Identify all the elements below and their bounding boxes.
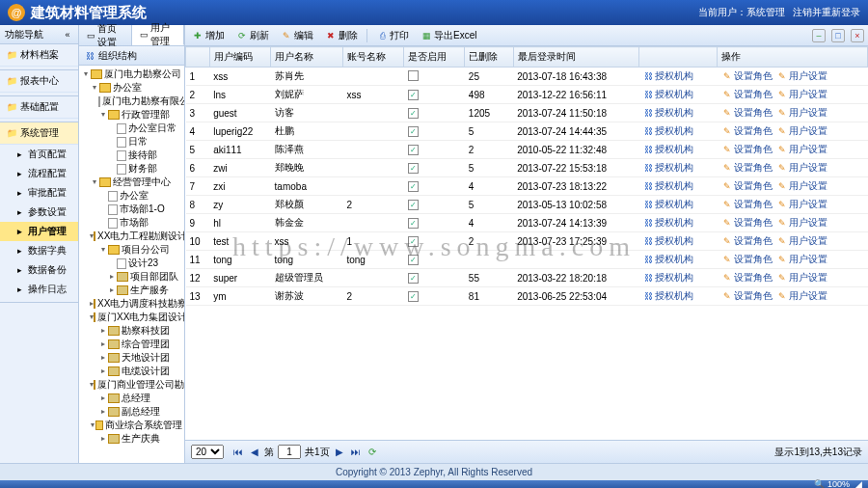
tree-node[interactable]: 办公室日常: [81, 122, 182, 135]
checkbox-icon[interactable]: ✓: [408, 90, 419, 100]
checkbox-icon[interactable]: [408, 70, 419, 81]
col-header[interactable]: 操作: [718, 47, 868, 68]
table-row[interactable]: 4luperig22杜鹏✓52013-07-24 14:44:35⛓授权机构✎设…: [186, 122, 868, 141]
role-link[interactable]: ✎设置角色: [721, 289, 773, 303]
tree-node[interactable]: ▸副总经理: [81, 405, 182, 419]
col-header[interactable]: 是否启用: [404, 47, 465, 68]
nav-item[interactable]: ▸流程配置: [0, 164, 78, 183]
nav-item[interactable]: ▸首页配置: [0, 145, 78, 164]
cfg-link[interactable]: ✎用户设置: [776, 124, 827, 138]
role-link[interactable]: ✎设置角色: [721, 234, 773, 248]
role-link[interactable]: ✎设置角色: [721, 124, 773, 138]
checkbox-icon[interactable]: ✓: [408, 273, 419, 284]
delete-button[interactable]: ✖删除: [322, 28, 361, 43]
role-link[interactable]: ✎设置角色: [721, 179, 773, 193]
cfg-link[interactable]: ✎用户设置: [776, 216, 827, 230]
checkbox-icon[interactable]: ✓: [408, 255, 419, 265]
tree-node[interactable]: ▾行政管理部: [81, 108, 182, 122]
close-button[interactable]: ×: [851, 29, 864, 42]
cfg-link[interactable]: ✎用户设置: [776, 253, 827, 266]
auth-link[interactable]: ⛓授权机构: [642, 69, 693, 83]
cfg-link[interactable]: ✎用户设置: [776, 106, 827, 120]
last-page-button[interactable]: ⏭: [349, 447, 363, 457]
tree-node[interactable]: ▾厦门电力勘察公司: [81, 68, 182, 81]
table-row[interactable]: 11tongtongtong✓⛓授权机构✎设置角色 ✎用户设置: [186, 251, 868, 269]
add-button[interactable]: ✚增加: [189, 28, 228, 43]
cfg-link[interactable]: ✎用户设置: [776, 161, 827, 175]
tree-node[interactable]: 接待部: [81, 149, 182, 162]
auth-link[interactable]: ⛓授权机构: [642, 161, 693, 175]
role-link[interactable]: ✎设置角色: [721, 143, 773, 156]
max-button[interactable]: □: [831, 29, 845, 42]
tree-node[interactable]: 设计23: [81, 257, 182, 270]
col-header[interactable]: 账号名称: [342, 47, 403, 68]
auth-link[interactable]: ⛓授权机构: [642, 143, 693, 156]
tree-node[interactable]: ▸电缆设计团: [81, 365, 182, 378]
auth-link[interactable]: ⛓授权机构: [642, 253, 693, 266]
auth-link[interactable]: ⛓授权机构: [642, 106, 693, 120]
tree-node[interactable]: ▸勘察科技团: [81, 324, 182, 338]
tree-node[interactable]: ▸综合管理团: [81, 338, 182, 351]
tree-node[interactable]: ▾经营管理中心: [81, 176, 182, 189]
nav-group[interactable]: 📁材料档案: [0, 44, 78, 67]
cfg-link[interactable]: ✎用户设置: [776, 88, 827, 101]
table-row[interactable]: 2lns刘妮萨xss✓4982013-12-22 16:56:11⛓授权机构✎设…: [186, 86, 868, 104]
nav-group[interactable]: 📁报表中心: [0, 70, 78, 93]
auth-link[interactable]: ⛓授权机构: [642, 234, 693, 248]
tree-node[interactable]: ▸天地设计团: [81, 351, 182, 365]
tree-node[interactable]: 日常: [81, 135, 182, 149]
role-link[interactable]: ✎设置角色: [721, 69, 773, 83]
cfg-link[interactable]: ✎用户设置: [776, 289, 827, 303]
auth-link[interactable]: ⛓授权机构: [642, 179, 693, 193]
nav-group[interactable]: 📁系统管理: [0, 122, 78, 145]
checkbox-icon[interactable]: ✓: [408, 126, 419, 137]
col-header[interactable]: [638, 47, 717, 68]
checkbox-icon[interactable]: ✓: [408, 200, 419, 210]
tree-node[interactable]: ▸生产庆典: [81, 432, 182, 446]
zoom-level[interactable]: 🔍 100%: [814, 479, 850, 488]
role-link[interactable]: ✎设置角色: [721, 88, 773, 101]
tree-node[interactable]: ▾项目分公司: [81, 243, 182, 257]
col-header[interactable]: 最后登录时间: [513, 47, 638, 68]
checkbox-icon[interactable]: ✓: [408, 163, 419, 174]
tree-node[interactable]: 厦门电力勘察有限公司: [81, 95, 182, 108]
tab[interactable]: ▭首页设置: [79, 25, 132, 45]
checkbox-icon[interactable]: ✓: [408, 145, 419, 155]
prev-page-button[interactable]: ◀: [249, 447, 260, 457]
col-header[interactable]: 用户名称: [271, 47, 343, 68]
role-link[interactable]: ✎设置角色: [721, 198, 773, 211]
tab[interactable]: ▭用户管理: [132, 25, 185, 45]
checkbox-icon[interactable]: ✓: [408, 218, 419, 229]
table-row[interactable]: 6zwi郑晚晚✓52013-07-22 15:53:18⛓授权机构✎设置角色 ✎…: [186, 159, 868, 177]
checkbox-icon[interactable]: ✓: [408, 236, 419, 247]
table-row[interactable]: 13ym谢苏波2✓812013-06-25 22:53:04⛓授权机构✎设置角色…: [186, 287, 868, 306]
auth-link[interactable]: ⛓授权机构: [642, 88, 693, 101]
min-button[interactable]: –: [812, 29, 826, 42]
table-row[interactable]: 12super超级管理员✓552013-03-22 18:20:18⛓授权机构✎…: [186, 269, 868, 287]
tree-node[interactable]: ▾厦门商业管理公司勘察: [81, 378, 182, 392]
tree-node[interactable]: ▸总经理: [81, 392, 182, 405]
tree-node[interactable]: 办公室: [81, 189, 182, 203]
logout-link[interactable]: 注销并重新登录: [793, 6, 860, 19]
nav-item[interactable]: ▸审批配置: [0, 183, 78, 203]
table-row[interactable]: 3guest访客✓12052013-07-24 11:50:18⛓授权机构✎设置…: [186, 104, 868, 122]
reload-button[interactable]: ⟳: [366, 447, 378, 457]
tree-node[interactable]: 市场部1-O: [81, 203, 182, 216]
cfg-link[interactable]: ✎用户设置: [776, 198, 827, 211]
table-row[interactable]: 1xss苏肖先252013-07-18 16:43:38⛓授权机构✎设置角色 ✎…: [186, 68, 868, 86]
table-row[interactable]: 8zy郑校颜2✓52013-05-13 10:02:58⛓授权机构✎设置角色 ✎…: [186, 196, 868, 214]
role-link[interactable]: ✎设置角色: [721, 106, 773, 120]
auth-link[interactable]: ⛓授权机构: [642, 271, 693, 285]
tree-node[interactable]: 市场部: [81, 216, 182, 230]
auth-link[interactable]: ⛓授权机构: [642, 289, 693, 303]
role-link[interactable]: ✎设置角色: [721, 271, 773, 285]
nav-group[interactable]: 📁基础配置: [0, 96, 78, 119]
cfg-link[interactable]: ✎用户设置: [776, 143, 827, 156]
col-header[interactable]: 已删除: [465, 47, 513, 68]
auth-link[interactable]: ⛓授权机构: [642, 198, 693, 211]
role-link[interactable]: ✎设置角色: [721, 216, 773, 230]
print-button[interactable]: ⎙打印: [373, 28, 412, 43]
table-row[interactable]: 9hl韩金金✓42013-07-24 14:13:39⛓授权机构✎设置角色 ✎用…: [186, 214, 868, 232]
edit-button[interactable]: ✎编辑: [278, 28, 316, 43]
nav-item[interactable]: ▸数据备份: [0, 260, 78, 280]
